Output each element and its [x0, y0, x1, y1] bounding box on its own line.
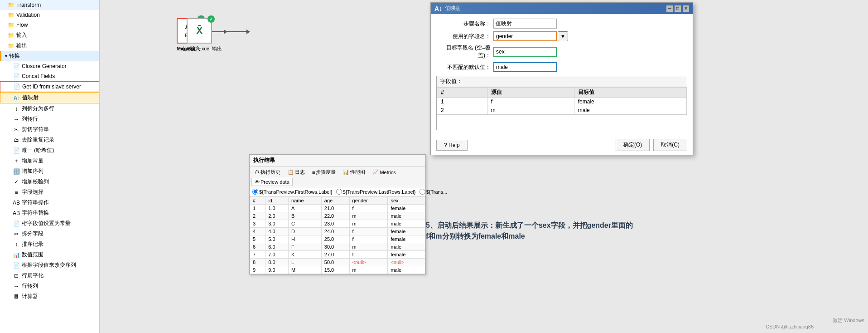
target-field-label: 目标字段名 (空=覆盖)： [436, 44, 491, 59]
folder-icon: 📁 [7, 21, 14, 29]
table-row: 44.0D24.0ffemale [250, 228, 425, 235]
log-icon: 📋 [288, 169, 294, 175]
node-excel-output[interactable]: ✓ X̄ Microsoft Excel 输出 [177, 18, 222, 52]
tab-preview-data[interactable]: 👁 Preview data [251, 178, 293, 186]
col-gender: gender [349, 197, 388, 205]
item-icon: 📄 [13, 220, 20, 227]
step-name-input[interactable] [493, 19, 557, 29]
item-icon: ⊟ [13, 272, 20, 279]
sidebar-item-split-rows[interactable]: ↕ 列拆分为多行 [0, 103, 99, 114]
sidebar-item-dedup[interactable]: 🗂 去除重复记录 [0, 135, 99, 145]
sidebar-item-getid[interactable]: 📄 Get ID from slave server [0, 81, 99, 92]
folder-icon: 📁 [7, 1, 14, 9]
sidebar-item-output[interactable]: 📁 输出 [0, 40, 99, 51]
col-num: # [437, 88, 487, 98]
sidebar-item-change-seq[interactable]: 📄 根据字段值来改变序列 [0, 260, 99, 270]
item-icon: 📄 [13, 73, 20, 80]
item-icon: AB [13, 199, 20, 206]
step-name-row: 步骤名称： [436, 19, 687, 29]
radio-trans[interactable]: ${Trans... [420, 189, 448, 195]
field-name-input[interactable] [493, 31, 557, 41]
sidebar-item-input[interactable]: 📁 输入 [0, 30, 99, 40]
item-icon: 🔢 [13, 168, 20, 175]
main-canvas: ✓ X̄ Excel输入 ✓ A↕B 值映射 ✓ X̄ M [100, 0, 868, 333]
tab-log[interactable]: 📋 日志 [285, 167, 308, 177]
dialog-value-map: A↕ 值映射 ─ □ ✕ 步骤名称： 使用的字段名： ▼ 目标字段名 (空=覆盖… [430, 2, 693, 155]
dialog-title-text: 值映射 [445, 5, 461, 12]
sidebar-item-transform[interactable]: 📁 Transform [0, 0, 99, 10]
table-row: 1ffemale [437, 98, 687, 106]
field-name-label: 使用的字段名： [436, 33, 491, 40]
dialog-close-button[interactable]: ✕ [683, 5, 689, 12]
history-icon: ⏱ [255, 170, 260, 175]
excel-output-box[interactable]: ✓ X̄ [187, 18, 212, 44]
table-row: 11.0A21.0ffemale [250, 205, 425, 212]
sidebar-item-set-const[interactable]: 📄 桁字段值设置为常量 [0, 218, 99, 229]
sidebar-item-row-to-col[interactable]: ↔ 行转列 [0, 281, 99, 291]
sidebar-item-flatten[interactable]: ⊟ 行扁平化 [0, 270, 99, 281]
field-name-row: 使用的字段名： ▼ [436, 31, 687, 41]
dialog-title-buttons: ─ □ ✕ [666, 5, 689, 12]
folder-icon: 📁 [7, 42, 14, 49]
tab-exec-history[interactable]: ⏱ 执行历史 [251, 167, 284, 177]
sidebar-item-closure[interactable]: 📄 Closure Generator [0, 61, 99, 71]
dialog-minimize-button[interactable]: ─ [666, 5, 673, 12]
item-icon: ↔ [13, 116, 20, 123]
radio-last-rows[interactable]: ${TransPreview.LastRows.Label} [336, 189, 416, 195]
sidebar-item-add-const[interactable]: + 增加常量 [0, 156, 99, 166]
dialog-titlebar: A↕ 值映射 ─ □ ✕ [431, 3, 693, 14]
item-icon: + [13, 157, 20, 165]
item-icon: ≡ [13, 189, 20, 196]
sidebar-item-col-to-row[interactable]: ↔ 列转行 [0, 114, 99, 124]
sidebar-item-add-seq[interactable]: 🔢 增加序列 [0, 166, 99, 176]
sidebar-item-sort[interactable]: ↕ 排序记录 [0, 239, 99, 250]
check-icon-3: ✓ [207, 15, 215, 23]
table-row: 66.0F30.0mmale [250, 243, 425, 251]
radio-first-rows[interactable]: ${TransPreview.FirstRows.Label} [252, 189, 333, 195]
sidebar-item-string-replace[interactable]: AB 字符串替换 [0, 208, 99, 218]
dialog-title-icon: A↕ [434, 5, 442, 12]
cancel-button[interactable]: 取消(C) [653, 139, 687, 151]
item-icon: 🗂 [13, 137, 20, 144]
item-icon: ✓ [13, 178, 20, 186]
calculator-icon: 🖩 [13, 293, 20, 300]
folder-icon: 📁 [7, 32, 14, 39]
default-val-row: 不匹配的默认值： [436, 62, 687, 72]
watermark-csdn: CSDN @liuzhijiang66 [766, 324, 814, 329]
sidebar-item-unique[interactable]: 📄 唯一 (哈希值) [0, 145, 99, 156]
tab-perf-chart[interactable]: 📊 性能图 [340, 167, 368, 177]
sidebar-item-string-op[interactable]: AB 字符串操作 [0, 197, 99, 208]
dialog-footer: ? Help 确定(O) 取消(C) [431, 135, 693, 155]
col-hash: # [250, 197, 265, 205]
field-values-area: 字段值： # 源值 目标值 1ffemale2mmale [436, 76, 687, 130]
ok-button[interactable]: 确定(O) [616, 139, 650, 151]
sidebar-folder-transform[interactable]: ▾ 转换 [0, 51, 99, 61]
target-field-row: 目标字段名 (空=覆盖)： [436, 44, 687, 59]
sidebar-item-flow[interactable]: 📁 Flow [0, 20, 99, 30]
target-field-input[interactable] [493, 47, 557, 57]
sidebar-item-field-select[interactable]: ≡ 字段选择 [0, 187, 99, 197]
tab-metrics[interactable]: 📈 Metrics [369, 167, 399, 177]
field-values-title: 字段值： [437, 76, 687, 87]
sidebar-item-calculator[interactable]: 🖩 计算器 [0, 291, 99, 302]
sidebar-item-trim-string[interactable]: ✂ 剪切字符串 [0, 124, 99, 135]
dialog-maximize-button[interactable]: □ [675, 5, 681, 12]
table-row: 22.0B22.0mmale [250, 212, 425, 220]
sidebar-item-validation[interactable]: 📁 Validation [0, 10, 99, 20]
item-icon: ↕ [13, 241, 20, 248]
default-val-input[interactable] [493, 62, 557, 72]
table-row: 88.0L50.0<null><null> [250, 259, 425, 266]
sidebar-item-add-check-col[interactable]: ✓ 增加校验列 [0, 176, 99, 187]
default-val-label: 不匹配的默认值： [436, 64, 491, 71]
item-icon: 📄 [13, 63, 20, 70]
field-name-dropdown[interactable]: ▼ [558, 31, 568, 41]
col-age: age [321, 197, 349, 205]
sidebar-item-concat[interactable]: 📄 Concat Fields [0, 71, 99, 81]
table-row: 99.0M15.0mmale [250, 266, 425, 274]
sidebar-item-split-field[interactable]: ✂ 拆分字段 [0, 229, 99, 239]
tab-step-metrics[interactable]: ≡ 步骤度量 [309, 167, 339, 177]
sidebar-item-num-range[interactable]: 📊 数值范围 [0, 250, 99, 260]
item-icon: ↔ [13, 283, 20, 290]
help-button[interactable]: ? Help [436, 140, 468, 151]
sidebar-item-valuemap[interactable]: A↕ 值映射 [0, 92, 99, 103]
